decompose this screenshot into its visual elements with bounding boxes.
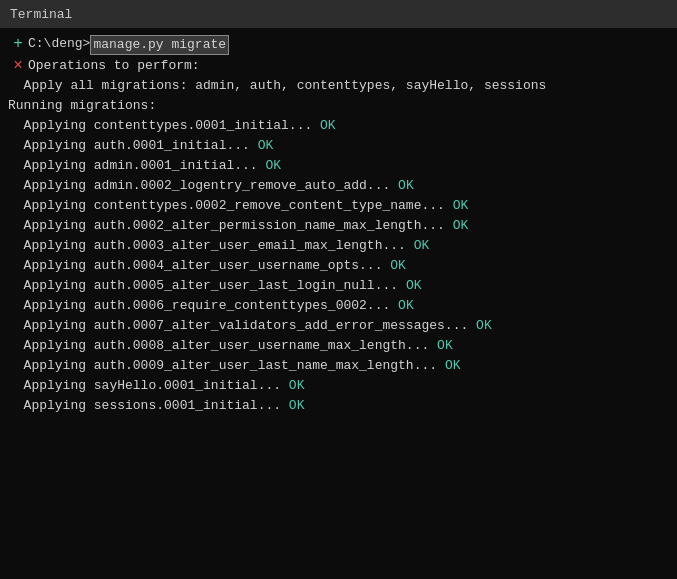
title-bar: Terminal [0, 0, 677, 28]
ok-8: OK [390, 257, 406, 275]
applying-line-9: Applying auth.0005_alter_user_last_login… [0, 276, 677, 296]
applying-line-15: Applying sessions.0001_initial... OK [0, 396, 677, 416]
terminal-content[interactable]: + C:\deng>manage.py migrate × Operations… [0, 28, 677, 579]
ok-14: OK [289, 377, 305, 395]
applying-line-3: Applying admin.0001_initial... OK [0, 156, 677, 176]
applying-line-2: Applying auth.0001_initial... OK [0, 136, 677, 156]
applying-text-7: Applying auth.0003_alter_user_email_max_… [8, 237, 414, 255]
applying-line-10: Applying auth.0006_require_contenttypes_… [0, 296, 677, 316]
applying-text-12: Applying auth.0008_alter_user_username_m… [8, 337, 437, 355]
ok-15: OK [289, 397, 305, 415]
applying-line-14: Applying sayHello.0001_initial... OK [0, 376, 677, 396]
applying-line-8: Applying auth.0004_alter_user_username_o… [0, 256, 677, 276]
running-migrations-text: Running migrations: [8, 97, 156, 115]
applying-text-11: Applying auth.0007_alter_validators_add_… [8, 317, 476, 335]
ok-6: OK [453, 217, 469, 235]
ok-11: OK [476, 317, 492, 335]
plus-icon: + [8, 35, 28, 53]
ok-5: OK [453, 197, 469, 215]
ok-4: OK [398, 177, 414, 195]
ok-13: OK [445, 357, 461, 375]
x-icon-line: × Operations to perform: [0, 56, 677, 76]
applying-text-10: Applying auth.0006_require_contenttypes_… [8, 297, 398, 315]
operations-text: Operations to perform: [28, 57, 200, 75]
ok-3: OK [265, 157, 281, 175]
applying-text-13: Applying auth.0009_alter_user_last_name_… [8, 357, 445, 375]
applying-line-4: Applying admin.0002_logentry_remove_auto… [0, 176, 677, 196]
prompt-text: C:\deng> [28, 35, 90, 53]
applying-text-6: Applying auth.0002_alter_permission_name… [8, 217, 453, 235]
apply-all-text: Apply all migrations: admin, auth, conte… [8, 77, 546, 95]
applying-text-1: Applying contenttypes.0001_initial... [8, 117, 320, 135]
applying-text-9: Applying auth.0005_alter_user_last_login… [8, 277, 406, 295]
command-line: + C:\deng>manage.py migrate [0, 34, 677, 56]
running-migrations-line: Running migrations: [0, 96, 677, 116]
terminal-title: Terminal [10, 7, 72, 22]
applying-line-12: Applying auth.0008_alter_user_username_m… [0, 336, 677, 356]
ok-1: OK [320, 117, 336, 135]
applying-line-13: Applying auth.0009_alter_user_last_name_… [0, 356, 677, 376]
applying-text-14: Applying sayHello.0001_initial... [8, 377, 289, 395]
applying-text-4: Applying admin.0002_logentry_remove_auto… [8, 177, 398, 195]
applying-text-8: Applying auth.0004_alter_user_username_o… [8, 257, 390, 275]
terminal-window: Terminal + C:\deng>manage.py migrate × O… [0, 0, 677, 579]
x-icon: × [8, 57, 28, 75]
applying-text-5: Applying contenttypes.0002_remove_conten… [8, 197, 453, 215]
applying-line-6: Applying auth.0002_alter_permission_name… [0, 216, 677, 236]
applying-text-2: Applying auth.0001_initial... [8, 137, 258, 155]
ok-2: OK [258, 137, 274, 155]
apply-all-line: Apply all migrations: admin, auth, conte… [0, 76, 677, 96]
applying-text-3: Applying admin.0001_initial... [8, 157, 265, 175]
ok-7: OK [414, 237, 430, 255]
ok-12: OK [437, 337, 453, 355]
ok-9: OK [406, 277, 422, 295]
ok-10: OK [398, 297, 414, 315]
applying-line-7: Applying auth.0003_alter_user_email_max_… [0, 236, 677, 256]
applying-text-15: Applying sessions.0001_initial... [8, 397, 289, 415]
applying-line-11: Applying auth.0007_alter_validators_add_… [0, 316, 677, 336]
applying-line-5: Applying contenttypes.0002_remove_conten… [0, 196, 677, 216]
applying-line-1: Applying contenttypes.0001_initial... OK [0, 116, 677, 136]
command-highlight: manage.py migrate [90, 35, 229, 55]
